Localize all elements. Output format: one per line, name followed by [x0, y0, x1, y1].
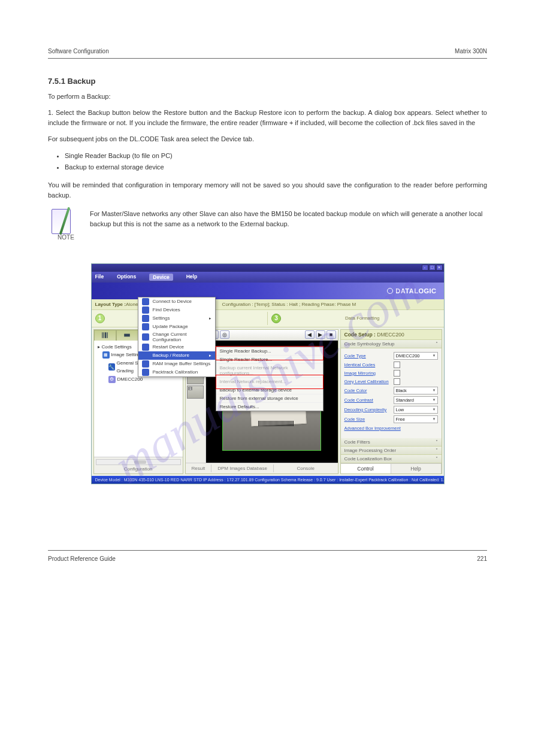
footer-left: Product Reference Guide [48, 555, 116, 562]
backup-icon [142, 352, 149, 359]
submenu-backup-external[interactable]: Backup to external storage device [216, 386, 323, 394]
menu-restart-label: Restart Device [153, 344, 184, 350]
chevron-down-icon-3: ˅ [436, 456, 438, 462]
close-button[interactable]: × [436, 265, 443, 271]
row-code-type: Code Type DMECC200 [344, 352, 438, 360]
chevron-down-icon: ˅ [436, 439, 438, 445]
note-icon [48, 207, 75, 238]
right-footer: Control Help [341, 463, 442, 473]
menu-help[interactable]: Help [186, 274, 197, 281]
menu-update-package[interactable]: Update Package [138, 323, 215, 331]
device-dropdown: Connect to Device Find Devices Settings … [138, 297, 216, 377]
left-scrollbar[interactable] [96, 459, 181, 465]
menu-backup-restore[interactable]: Backup / Restore [138, 351, 215, 360]
row-complexity: Decoding Complexity Low [344, 406, 438, 414]
app-window: - □ × File Options Device Help DATALOGIC… [91, 263, 445, 484]
sel-color[interactable]: Black [394, 387, 438, 394]
menu-ram-buffer[interactable]: RAM Image Buffer Settings [138, 360, 215, 368]
svg-rect-0 [102, 332, 102, 338]
backup-submenu: Single Reader Backup... Single Reader Re… [216, 347, 324, 411]
cb-mirror[interactable] [394, 370, 400, 377]
thumb-1[interactable]: 1 [187, 385, 204, 399]
step-1-badge[interactable]: 1 [95, 314, 105, 323]
wizard-sep [267, 312, 268, 325]
thumb-1-num: 1 [188, 387, 192, 390]
sect-processing-label: Image Processing Order [344, 448, 397, 453]
minimize-button[interactable]: - [422, 265, 428, 271]
titlebar: - □ × [92, 264, 444, 272]
window-buttons: - □ × [422, 265, 443, 271]
cb-grey[interactable] [394, 378, 400, 385]
image-settings-icon: ▦ [102, 351, 110, 359]
maximize-button[interactable]: □ [429, 265, 436, 271]
tool-stop[interactable]: ■ [327, 330, 336, 339]
lbl-contrast[interactable]: Code Contrast [344, 397, 391, 403]
lbl-identical[interactable]: Identical Codes [344, 362, 391, 368]
center-tab-console[interactable]: Console [274, 464, 338, 472]
step-data-formatting[interactable]: Data Formatting [285, 315, 440, 321]
header-right: Matrix 300N [455, 48, 487, 54]
center-tab-dpm[interactable]: DPM Images Database [211, 464, 274, 472]
right-sect-filters[interactable]: Code Filters˅ [341, 438, 442, 447]
menu-find-devices[interactable]: Find Devices [138, 306, 215, 314]
left-tab-1[interactable] [94, 330, 116, 341]
right-tab-help[interactable]: Help [391, 464, 442, 473]
find-icon [142, 306, 149, 314]
tool-icon [123, 332, 131, 339]
submenu-restore-defaults[interactable]: Restore Defaults... [216, 403, 323, 411]
submenu-restore-external[interactable]: Restore from external storage device [216, 394, 323, 403]
lbl-code-type[interactable]: Code Type [344, 353, 391, 359]
settings-icon [142, 315, 149, 322]
menu-settings[interactable]: Settings [138, 314, 215, 323]
bullet-2: Backup to external storage device [65, 162, 487, 173]
ram-icon [142, 360, 149, 368]
menu-change-config[interactable]: Change Current Configuration [138, 331, 215, 343]
sel-code-type[interactable]: DMECC200 [394, 352, 438, 360]
sel-complexity[interactable]: Low [394, 406, 438, 414]
menu-device[interactable]: Device [149, 274, 173, 281]
code-icon: ⚙ [108, 376, 116, 383]
packtrack-icon [142, 369, 149, 376]
tool-focus[interactable]: ◎ [220, 330, 229, 339]
lbl-size[interactable]: Code Size [344, 417, 391, 422]
right-sect-processing[interactable]: Image Processing Order˅ [341, 447, 442, 455]
left-tab-2[interactable] [116, 330, 138, 341]
note-text: For Master/Slave networks any other Slav… [90, 207, 487, 229]
right-tab-control[interactable]: Control [341, 464, 391, 473]
wrench-icon: 🔧 [108, 363, 115, 371]
right-title-value: DMECC200 [377, 332, 404, 338]
lbl-complexity[interactable]: Decoding Complexity [344, 407, 391, 412]
submenu-backup-network: Backup current Internal Network configur… [216, 364, 323, 378]
menu-restart-device[interactable]: Restart Device [138, 343, 215, 351]
link-adv-box[interactable]: Advanced Box Improvement [344, 426, 438, 431]
menu-packtrack[interactable]: Packtrack Calibration [138, 368, 215, 377]
cb-identical[interactable] [394, 362, 400, 368]
row-color: Code Color Black [344, 387, 438, 394]
right-sect-symbology[interactable]: Code Symbology Setup˄ [341, 340, 442, 348]
submenu-single-restore[interactable]: Single Reader Restore... [216, 356, 323, 364]
submenu-single-backup[interactable]: Single Reader Backup... [216, 347, 323, 356]
lbl-grey[interactable]: Grey Level Calibration [344, 379, 391, 384]
sel-contrast[interactable]: Standard [394, 396, 438, 404]
right-sect-localization[interactable]: Code Localization Box˅ [341, 455, 442, 463]
page: Software Configuration Matrix 300N 7.5.1… [0, 0, 535, 586]
change-icon [142, 333, 149, 341]
menu-connect-device[interactable]: Connect to Device [138, 297, 215, 306]
menu-file[interactable]: File [95, 274, 104, 281]
layout-type-label: Layout Type : [95, 302, 126, 307]
tool-next[interactable]: ▶ [316, 330, 325, 339]
center-tab-result[interactable]: Result [186, 464, 212, 472]
section-title: 7.5.1 Backup [48, 77, 487, 86]
para-3: For subsequent jobs on the DL.CODE Task … [48, 134, 487, 144]
para-4: You will be reminded that configuration … [48, 180, 487, 201]
header-left: Software Configuration [48, 48, 109, 54]
menu-options[interactable]: Options [117, 274, 136, 281]
tool-prev[interactable]: ◀ [305, 330, 315, 339]
lbl-color[interactable]: Code Color [344, 388, 391, 393]
bullet-1: Single Reader Backup (to file on PC) [65, 150, 487, 162]
right-title: Code Setup : DMECC200 [341, 330, 442, 340]
step-3-badge[interactable]: 3 [271, 314, 281, 323]
lbl-mirror[interactable]: Image Mirroring [344, 371, 391, 376]
sel-size[interactable]: Free [394, 415, 438, 423]
submenu-network-replace: Internal Network replacement... [216, 378, 323, 386]
